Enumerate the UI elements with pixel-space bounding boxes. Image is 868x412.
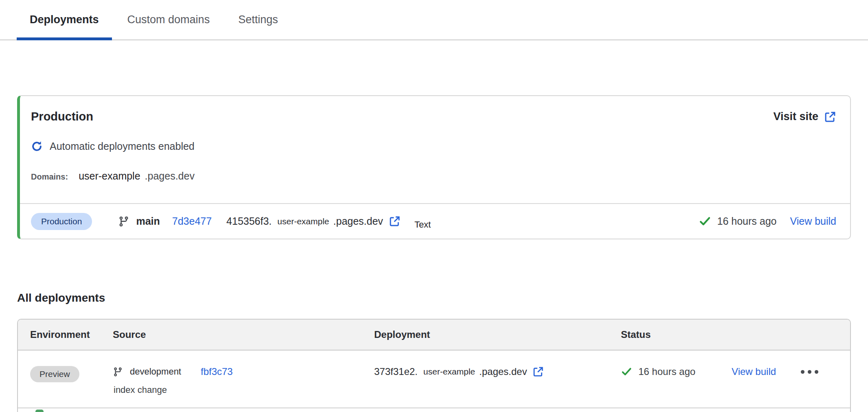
- tab-settings[interactable]: Settings: [225, 0, 291, 39]
- view-build-link[interactable]: View build: [790, 215, 836, 227]
- check-icon: [699, 215, 711, 228]
- auto-deployments-text: Automatic deployments enabled: [50, 140, 195, 152]
- branch-name: main: [136, 215, 160, 227]
- visit-site-link[interactable]: Visit site: [773, 110, 836, 123]
- deployments-table: Environment Source Deployment Status Pre…: [17, 319, 851, 412]
- deployment-note: Text: [414, 219, 431, 230]
- production-deployment-row: Production main 7d3e477 415356f3. user-e…: [20, 203, 850, 239]
- production-card-title: Production: [31, 110, 93, 123]
- domains-label: Domains:: [31, 172, 68, 182]
- commit-message: index change: [114, 385, 374, 395]
- more-options-icon[interactable]: [801, 370, 818, 374]
- commit-hash-link[interactable]: 7d3e477: [172, 215, 212, 227]
- external-link-icon[interactable]: [389, 215, 401, 227]
- domain-suffix: .pages.dev: [145, 170, 195, 182]
- column-header-deployment: Deployment: [374, 329, 621, 340]
- column-header-environment: Environment: [30, 329, 113, 340]
- visit-site-label: Visit site: [773, 110, 818, 123]
- deployment-domain-suffix: .pages.dev: [479, 366, 527, 377]
- column-header-source: Source: [113, 329, 374, 340]
- tab-deployments[interactable]: Deployments: [17, 0, 112, 39]
- git-branch-icon: [118, 216, 129, 227]
- deployment-domain: user-example: [423, 367, 475, 377]
- tab-custom-domains[interactable]: Custom domains: [114, 0, 223, 39]
- production-card: Production Visit site Automatic deployme…: [17, 95, 851, 239]
- deployment-id: 415356f3.: [226, 215, 272, 227]
- deployment-time: 16 hours ago: [717, 215, 777, 227]
- domain-name: user-example: [79, 170, 140, 182]
- view-build-link[interactable]: View build: [732, 366, 776, 377]
- check-icon: [621, 366, 632, 377]
- table-row: Preview development fbf3c73 index change…: [18, 351, 850, 408]
- commit-hash-link[interactable]: fbf3c73: [201, 366, 233, 377]
- table-header-row: Environment Source Deployment Status: [18, 320, 850, 351]
- branch-name: development: [130, 366, 181, 377]
- environment-badge-preview: Preview: [30, 366, 79, 382]
- domains-line: Domains: user-example .pages.dev: [31, 170, 850, 182]
- all-deployments-title: All deployments: [17, 291, 105, 305]
- next-row-badge-partial: [35, 410, 44, 412]
- column-header-status: Status: [621, 329, 850, 340]
- git-branch-icon: [113, 367, 123, 377]
- tab-bar: Deployments Custom domains Settings: [0, 0, 868, 40]
- deployment-time: 16 hours ago: [638, 366, 695, 377]
- environment-badge-production: Production: [31, 213, 92, 230]
- external-link-icon[interactable]: [533, 366, 544, 377]
- deployment-id: 373f31e2.: [374, 366, 418, 377]
- deployment-domain-suffix: .pages.dev: [333, 215, 383, 227]
- external-link-icon: [824, 111, 836, 123]
- refresh-icon: [31, 140, 43, 152]
- deployment-domain: user-example: [277, 217, 329, 226]
